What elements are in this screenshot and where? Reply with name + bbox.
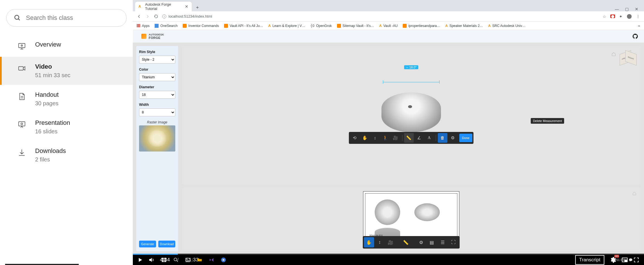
viewcube-face[interactable]: RIGHT	[625, 50, 637, 66]
forward-icon[interactable]	[145, 14, 150, 19]
layers-icon[interactable]: ☰	[438, 237, 448, 247]
windows-start-icon[interactable]	[161, 257, 167, 263]
properties-icon[interactable]: ▤	[427, 237, 437, 247]
fullscreen-icon	[633, 257, 639, 263]
diameter-label: Diameter	[139, 85, 175, 89]
transcript-button[interactable]: Transcript	[575, 255, 604, 265]
task-view-icon[interactable]	[185, 257, 191, 263]
orbit-icon[interactable]: ⟲	[350, 133, 359, 143]
bookmark-sitemap[interactable]: Sitemap Vault - It's…	[337, 24, 374, 28]
settings-icon[interactable]: ⚙	[448, 133, 457, 143]
bookmark-learn[interactable]: ALearn & Explore | V…	[268, 24, 305, 28]
sidebar-item-label: Handout	[35, 91, 59, 98]
browser-window: A Autodesk Forge Tutorial ✕ ＋ — ▢ ✕ i	[133, 0, 644, 255]
sidebar-item-presentation[interactable]: Presentation 16 slides	[0, 113, 133, 141]
play-button[interactable]	[137, 257, 143, 263]
github-icon[interactable]	[632, 33, 638, 39]
browser-tab[interactable]: A Autodesk Forge Tutorial ✕	[135, 2, 192, 11]
url-field[interactable]: i localhost:51234/index.html	[162, 14, 599, 18]
reload-icon[interactable]	[154, 14, 158, 19]
bookmark-vault-api[interactable]: Vault API - It's All Ju…	[224, 24, 263, 28]
width-select[interactable]: 8	[139, 108, 175, 116]
fullscreen-button[interactable]	[633, 257, 639, 263]
zoom-icon[interactable]: ↕	[370, 133, 380, 143]
viewer-toolbar: ✋ ↕ 🎥 📏 ⚙ ▤ ☰ ⛶	[363, 236, 460, 249]
windows-tray: 5:51 PM 💬	[614, 255, 633, 265]
bookmark-onesearch[interactable]: OneSearch	[155, 24, 178, 28]
forge-brand-top: AUTODESK	[149, 33, 164, 36]
home-icon[interactable]	[632, 191, 637, 196]
viewcube[interactable]: FRONT RIGHT	[620, 50, 636, 66]
diameter-select[interactable]: 18	[139, 91, 175, 99]
camera-icon[interactable]: 🎥	[385, 237, 396, 247]
site-info-icon[interactable]: i	[162, 14, 166, 18]
svg-line-22	[177, 261, 178, 262]
download-button[interactable]: Download	[158, 241, 175, 247]
search-input[interactable]	[26, 14, 119, 22]
sidebar-item-handout[interactable]: Handout 30 pages	[0, 85, 133, 113]
bookmark-star-icon[interactable]: ☆	[603, 14, 606, 19]
tray-time: 5:51 PM	[614, 258, 625, 262]
measure-icon[interactable]: 📏	[401, 237, 411, 247]
config-panel: Rim Style Style - 2 Color Titanium Diame…	[136, 46, 178, 251]
bookmark-src[interactable]: ASRC Autodesk Univ…	[488, 24, 526, 28]
fullscreen-icon[interactable]: ⛶	[448, 237, 459, 247]
profile-avatar-icon[interactable]	[626, 14, 632, 19]
camera-icon[interactable]: 🎥	[391, 133, 400, 143]
extensions-icon[interactable]: ✦	[619, 14, 622, 19]
bookmark-speaker[interactable]: ASpeaker Materials 2…	[445, 24, 483, 28]
windows-search-icon[interactable]	[173, 257, 179, 263]
window-minimize-icon[interactable]: —	[615, 7, 619, 11]
bookmark-vaultau[interactable]: AVault -AU	[379, 24, 398, 28]
chrome-icon[interactable]	[221, 257, 226, 263]
file-explorer-icon[interactable]	[197, 257, 202, 263]
pan-icon[interactable]: ✋	[360, 133, 370, 143]
text-icon[interactable]: A	[424, 133, 434, 143]
windows-taskbar-fragment	[161, 255, 226, 265]
back-icon[interactable]	[137, 14, 141, 19]
rim-style-select[interactable]: Style - 2	[139, 56, 175, 64]
raster-image-preview	[139, 125, 175, 152]
delete-icon[interactable]: 🗑	[438, 133, 447, 143]
extension-badge-icon[interactable]: ⬤	[610, 14, 615, 18]
window-maximize-icon[interactable]: ▢	[625, 7, 629, 11]
delete-measurement-tooltip: Delete Measurement	[531, 118, 564, 124]
sidebar-item-label: Presentation	[35, 119, 70, 127]
settings-icon[interactable]: ⚙	[416, 237, 426, 247]
walk-icon[interactable]: 🚶	[380, 133, 390, 143]
home-icon[interactable]	[611, 52, 616, 57]
browser-tab-strip: A Autodesk Forge Tutorial ✕ ＋ — ▢ ✕	[133, 0, 644, 11]
zoom-icon[interactable]: ↕	[375, 237, 385, 247]
tab-close-icon[interactable]: ✕	[185, 4, 188, 9]
svg-line-1	[18, 19, 20, 20]
window-close-icon[interactable]: ✕	[635, 7, 638, 11]
sidebar-item-video[interactable]: Video 51 min 33 sec	[0, 57, 133, 85]
viewer-3d[interactable]: FRONT RIGHT 18.0" Delete Measurement ⟲ ✋	[182, 46, 641, 184]
pan-icon[interactable]: ✋	[364, 237, 374, 247]
angle-icon[interactable]: ∠	[414, 133, 424, 143]
bookmarks-overflow-icon[interactable]: »	[638, 24, 640, 28]
sidebar-item-downloads[interactable]: Downloads 2 files	[0, 141, 133, 169]
search-icon	[14, 14, 21, 22]
bookmark-inventor[interactable]: Inventor Commands	[183, 24, 219, 28]
volume-button[interactable]	[148, 256, 155, 263]
bookmark-apps[interactable]: Apps	[137, 24, 150, 28]
generate-button[interactable]: Generate	[139, 241, 156, 247]
notifications-icon[interactable]: 💬	[629, 258, 633, 262]
color-select[interactable]: Titanium	[139, 73, 175, 81]
bookmark-iprops[interactable]: ipropertiesandpara…	[403, 24, 440, 28]
sidebar-item-overview[interactable]: Overview	[0, 35, 133, 57]
wheel-model	[381, 92, 441, 132]
viewer-2d[interactable]: Wheel dia Ø18 ✋ ↕ 🎥 📏 ⚙ ▤ ☰ ⛶	[182, 188, 641, 251]
new-tab-button[interactable]: ＋	[193, 3, 201, 11]
distance-icon[interactable]: 📏	[404, 133, 413, 143]
color-label: Color	[139, 68, 175, 71]
browser-menu-icon[interactable]: ⋮	[636, 14, 640, 19]
sidebar-item-sub: 16 slides	[35, 128, 70, 135]
bookmark-opengrok[interactable]: {OOpenGrok	[310, 24, 332, 28]
search-box[interactable]	[6, 9, 127, 27]
raster-image-label: Raster Image	[139, 120, 175, 124]
visual-studio-icon[interactable]	[209, 257, 214, 263]
play-icon	[137, 257, 143, 263]
done-button[interactable]: Done	[459, 134, 472, 142]
